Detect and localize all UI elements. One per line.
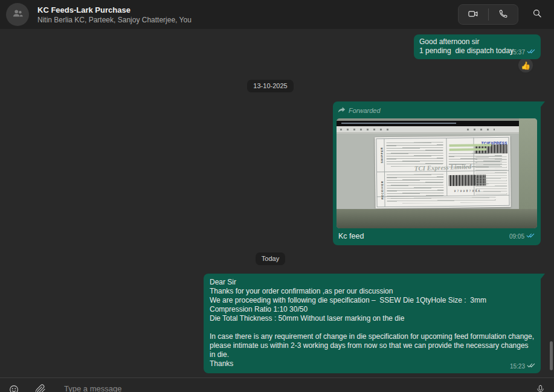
photo-foreground <box>337 209 537 228</box>
message-time: 15:37 <box>510 48 525 57</box>
microphone-icon <box>535 384 546 392</box>
pdf-viewer-area: SHIPPER RECEIVER TCIEXPRESS 979987986 TC… <box>337 133 519 209</box>
forwarded-indicator: Forwarded <box>337 105 537 118</box>
thumbs-up-emoji: 👍 <box>521 61 530 70</box>
voice-call-button[interactable] <box>489 5 518 24</box>
message-list: Good afternoon sir 1 pending die dispatc… <box>0 29 554 378</box>
image-caption: Kc feed <box>338 232 364 241</box>
shipper-label: SHIPPER <box>377 142 383 169</box>
group-avatar[interactable] <box>6 3 29 26</box>
voice-record-button[interactable] <box>535 384 546 392</box>
phone-icon <box>498 8 509 21</box>
emoji-smiley-icon <box>8 384 19 392</box>
date-divider: Today <box>256 252 285 265</box>
paperclip-icon <box>35 384 46 392</box>
consignment-note-document: SHIPPER RECEIVER TCIEXPRESS 979987986 TC… <box>375 136 511 208</box>
delivered-ticks-icon <box>527 362 536 371</box>
outgoing-message[interactable]: Good afternoon sir 1 pending die dispatc… <box>414 34 541 59</box>
chat-participants: Nitin Berlia KC, Parteek, Sanjoy Chatter… <box>37 15 192 25</box>
chat-header: KC Feeds-Lark Purchase Nitin Berlia KC, … <box>0 0 554 29</box>
message-meta: 09:05 <box>509 232 535 241</box>
monitor-screen: SHIPPER RECEIVER TCIEXPRESS 979987986 TC… <box>337 121 519 209</box>
call-button-group <box>458 4 518 25</box>
forward-arrow-icon <box>338 106 346 115</box>
video-camera-icon <box>467 8 479 22</box>
message-reaction[interactable]: 👍 <box>517 57 534 74</box>
group-people-icon <box>11 7 24 22</box>
search-icon <box>532 8 543 21</box>
pdf-toolbar <box>337 126 519 133</box>
attach-button[interactable] <box>35 384 46 392</box>
shipping-document-photo[interactable]: SHIPPER RECEIVER TCIEXPRESS 979987986 TC… <box>337 118 537 228</box>
message-time: 15:23 <box>510 362 525 371</box>
message-meta: 15:37 <box>510 48 536 57</box>
image-caption-row: Kc feed 09:05 <box>337 228 537 242</box>
header-actions <box>458 4 546 25</box>
read-ticks-icon <box>526 232 535 241</box>
read-ticks-icon <box>527 48 536 57</box>
message-composer <box>0 378 554 392</box>
forwarded-image-message[interactable]: Forwarded SHIPPER RECEIVER TCIEXPRESS <box>333 101 541 245</box>
date-divider: 13-10-2025 <box>247 80 293 92</box>
search-button[interactable] <box>529 5 546 24</box>
message-input[interactable] <box>64 384 520 392</box>
scrollbar-thumb[interactable] <box>550 341 553 370</box>
chat-header-info[interactable]: KC Feeds-Lark Purchase Nitin Berlia KC, … <box>37 5 192 25</box>
outgoing-message[interactable]: Dear Sir Thanks for your order confirmat… <box>204 274 541 373</box>
message-time: 09:05 <box>509 232 524 241</box>
photo-background <box>519 118 537 209</box>
receiver-label: RECEIVER <box>378 175 384 205</box>
video-call-button[interactable] <box>459 5 488 24</box>
message-text: Dear Sir Thanks for your order confirmat… <box>210 278 535 368</box>
chat-title: KC Feeds-Lark Purchase <box>37 5 192 15</box>
emoji-button[interactable] <box>8 384 19 392</box>
browser-url-bar <box>337 121 519 126</box>
forwarded-label: Forwarded <box>349 107 381 115</box>
message-meta: 15:23 <box>510 362 536 371</box>
